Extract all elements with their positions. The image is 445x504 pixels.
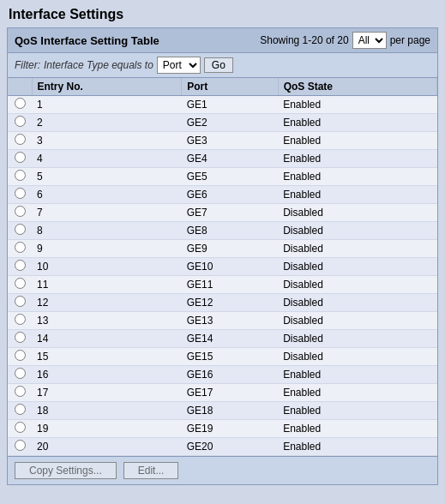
row-radio[interactable]: [15, 188, 26, 199]
row-radio[interactable]: [15, 206, 26, 217]
row-entry: 1: [32, 96, 182, 114]
row-entry: 18: [32, 402, 182, 420]
row-entry: 13: [32, 312, 182, 330]
row-radio-cell: [8, 186, 32, 204]
row-state: Enabled: [278, 114, 436, 132]
row-radio-cell: [8, 438, 32, 456]
filter-type-select[interactable]: Port LAG All: [157, 57, 201, 74]
row-state: Disabled: [278, 348, 436, 366]
table-body: 1GE1Enabled2GE2Enabled3GE3Enabled4GE4Ena…: [8, 96, 437, 456]
row-radio-cell: [8, 222, 32, 240]
row-port: GE2: [182, 114, 278, 132]
row-radio[interactable]: [15, 332, 26, 343]
row-radio-cell: [8, 366, 32, 384]
copy-settings-button[interactable]: Copy Settings...: [15, 462, 117, 479]
row-entry: 4: [32, 150, 182, 168]
row-entry: 3: [32, 132, 182, 150]
row-radio-cell: [8, 96, 32, 114]
row-radio[interactable]: [15, 260, 26, 271]
row-entry: 16: [32, 366, 182, 384]
table-row: 2GE2Enabled: [8, 114, 437, 132]
row-radio-cell: [8, 276, 32, 294]
edit-button[interactable]: Edit...: [123, 462, 179, 479]
row-radio[interactable]: [15, 314, 26, 325]
row-port: GE20: [182, 438, 278, 456]
row-state: Disabled: [278, 312, 436, 330]
row-port: GE8: [182, 222, 278, 240]
row-port: GE18: [182, 402, 278, 420]
row-radio[interactable]: [15, 242, 26, 253]
row-radio[interactable]: [15, 98, 26, 109]
row-state: Disabled: [278, 258, 436, 276]
table-row: 13GE13Disabled: [8, 312, 437, 330]
row-entry: 7: [32, 204, 182, 222]
showing-text: Showing 1-20 of 20: [260, 34, 348, 46]
row-state: Enabled: [278, 168, 436, 186]
row-port: GE13: [182, 312, 278, 330]
row-state: Enabled: [278, 132, 436, 150]
row-radio-cell: [8, 168, 32, 186]
footer-bar: Copy Settings... Edit...: [8, 456, 437, 484]
row-radio-cell: [8, 330, 32, 348]
row-radio[interactable]: [15, 170, 26, 181]
table-row: 6GE6Enabled: [8, 186, 437, 204]
row-radio[interactable]: [15, 440, 26, 451]
row-radio-cell: [8, 114, 32, 132]
row-radio[interactable]: [15, 296, 26, 307]
row-radio-cell: [8, 204, 32, 222]
row-state: Enabled: [278, 438, 436, 456]
row-port: GE16: [182, 366, 278, 384]
table-row: 8GE8Disabled: [8, 222, 437, 240]
row-radio[interactable]: [15, 368, 26, 379]
row-state: Disabled: [278, 330, 436, 348]
row-entry: 12: [32, 294, 182, 312]
row-radio[interactable]: [15, 422, 26, 433]
row-entry: 5: [32, 168, 182, 186]
row-radio[interactable]: [15, 224, 26, 235]
row-state: Enabled: [278, 402, 436, 420]
table-row: 19GE19Enabled: [8, 420, 437, 438]
row-radio-cell: [8, 384, 32, 402]
row-port: GE3: [182, 132, 278, 150]
col-radio: [8, 78, 32, 96]
row-entry: 8: [32, 222, 182, 240]
table-row: 5GE5Enabled: [8, 168, 437, 186]
row-radio-cell: [8, 348, 32, 366]
row-radio[interactable]: [15, 278, 26, 289]
table-row: 1GE1Enabled: [8, 96, 437, 114]
go-button[interactable]: Go: [204, 57, 233, 73]
filter-row: Filter: Interface Type equals to Port LA…: [8, 53, 437, 78]
row-radio[interactable]: [15, 350, 26, 361]
row-radio[interactable]: [15, 404, 26, 415]
row-port: GE1: [182, 96, 278, 114]
row-entry: 11: [32, 276, 182, 294]
panel-header-right: Showing 1-20 of 20 All 10 20 50 per page: [260, 32, 430, 49]
row-port: GE19: [182, 420, 278, 438]
table-row: 3GE3Enabled: [8, 132, 437, 150]
row-port: GE9: [182, 240, 278, 258]
row-port: GE5: [182, 168, 278, 186]
row-radio-cell: [8, 258, 32, 276]
row-port: GE12: [182, 294, 278, 312]
row-port: GE17: [182, 384, 278, 402]
row-state: Enabled: [278, 366, 436, 384]
table-row: 10GE10Disabled: [8, 258, 437, 276]
col-port: Port: [182, 78, 278, 96]
row-state: Disabled: [278, 276, 436, 294]
row-radio[interactable]: [15, 152, 26, 163]
row-entry: 20: [32, 438, 182, 456]
panel-title: QoS Interface Setting Table: [15, 34, 159, 47]
col-state: QoS State: [278, 78, 436, 96]
col-entry: Entry No.: [32, 78, 182, 96]
row-radio[interactable]: [15, 386, 26, 397]
row-radio-cell: [8, 294, 32, 312]
row-radio-cell: [8, 240, 32, 258]
row-radio[interactable]: [15, 116, 26, 127]
row-port: GE10: [182, 258, 278, 276]
row-radio[interactable]: [15, 134, 26, 145]
table-row: 12GE12Disabled: [8, 294, 437, 312]
per-page-select[interactable]: All 10 20 50: [352, 32, 387, 49]
table-row: 14GE14Disabled: [8, 330, 437, 348]
panel-header: QoS Interface Setting Table Showing 1-20…: [8, 28, 437, 53]
interface-table: Entry No. Port QoS State 1GE1Enabled2GE2…: [8, 78, 437, 456]
